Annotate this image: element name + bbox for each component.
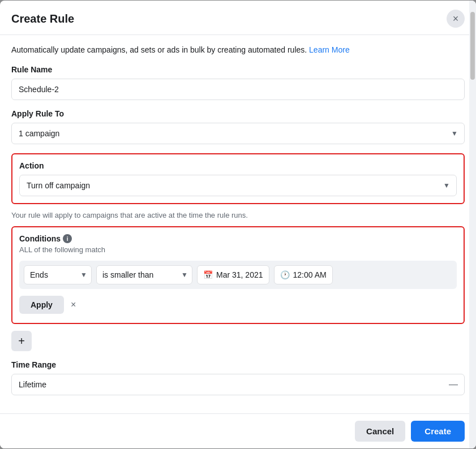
description-text: Automatically update campaigns, ad sets …	[11, 44, 465, 56]
action-section: Action Turn off campaign Turn on campaig…	[11, 153, 465, 204]
learn-more-link[interactable]: Learn More	[309, 45, 350, 54]
modal-overlay: Create Rule × Automatically update campa…	[0, 0, 476, 449]
scrollbar-track[interactable]	[469, 1, 476, 448]
rule-info-text: Your rule will apply to campaigns that a…	[11, 211, 465, 219]
conditions-title: Conditions i	[19, 234, 457, 243]
calendar-icon: 📅	[203, 270, 213, 279]
apply-rule-to-select[interactable]: 1 campaign All active campaigns All camp…	[11, 123, 465, 144]
create-rule-modal: Create Rule × Automatically update campa…	[0, 1, 476, 448]
footer-create-button[interactable]: Create	[411, 421, 465, 442]
time-value: 12:00 AM	[293, 270, 327, 279]
rule-name-input[interactable]	[11, 79, 465, 100]
modal-title: Create Rule	[11, 12, 74, 25]
condition-row: Ends Starts Budget ▼ is smaller than is …	[19, 261, 457, 289]
cancel-condition-button[interactable]: ×	[68, 297, 78, 312]
scrollbar-thumb[interactable]	[470, 12, 475, 80]
apply-rule-to-select-wrapper: 1 campaign All active campaigns All camp…	[11, 123, 465, 144]
condition-action-buttons: Apply ×	[19, 293, 457, 316]
ends-select[interactable]: Ends Starts Budget	[24, 265, 92, 284]
add-condition-button[interactable]: +	[11, 331, 32, 351]
conditions-sub: ALL of the following match	[19, 245, 457, 254]
date-field[interactable]: 📅 Mar 31, 2021	[197, 265, 269, 284]
footer-cancel-button[interactable]: Cancel	[355, 421, 405, 442]
modal-body: Automatically update campaigns, ad sets …	[0, 35, 476, 413]
close-button[interactable]: ×	[447, 10, 465, 28]
action-label: Action	[19, 161, 457, 170]
time-range-select[interactable]: Lifetime Today Yesterday Last 7 days	[11, 374, 465, 395]
action-select-wrapper: Turn off campaign Turn on campaign Pause…	[19, 175, 457, 196]
conditions-section: Conditions i ALL of the following match …	[11, 226, 465, 324]
date-value: Mar 31, 2021	[216, 270, 263, 279]
clock-icon: 🕐	[280, 270, 290, 279]
modal-footer: Cancel Create	[0, 413, 476, 448]
operator-select[interactable]: is smaller than is greater than equals i…	[96, 265, 192, 284]
time-range-label: Time Range	[11, 360, 465, 369]
rule-name-label: Rule Name	[11, 65, 465, 74]
apply-button[interactable]: Apply	[19, 296, 64, 314]
rule-name-group: Rule Name	[11, 65, 465, 100]
ends-select-wrapper: Ends Starts Budget ▼	[24, 265, 92, 284]
action-select[interactable]: Turn off campaign Turn on campaign Pause…	[19, 175, 457, 196]
modal-header: Create Rule ×	[0, 1, 476, 35]
time-field[interactable]: 🕐 12:00 AM	[274, 265, 333, 284]
info-icon[interactable]: i	[63, 234, 72, 243]
operator-select-wrapper: is smaller than is greater than equals i…	[96, 265, 192, 284]
time-range-select-wrapper: Lifetime Today Yesterday Last 7 days —	[11, 374, 465, 395]
apply-rule-to-group: Apply Rule To 1 campaign All active camp…	[11, 109, 465, 144]
apply-rule-to-label: Apply Rule To	[11, 109, 465, 118]
time-range-group: Time Range Lifetime Today Yesterday Last…	[11, 360, 465, 395]
